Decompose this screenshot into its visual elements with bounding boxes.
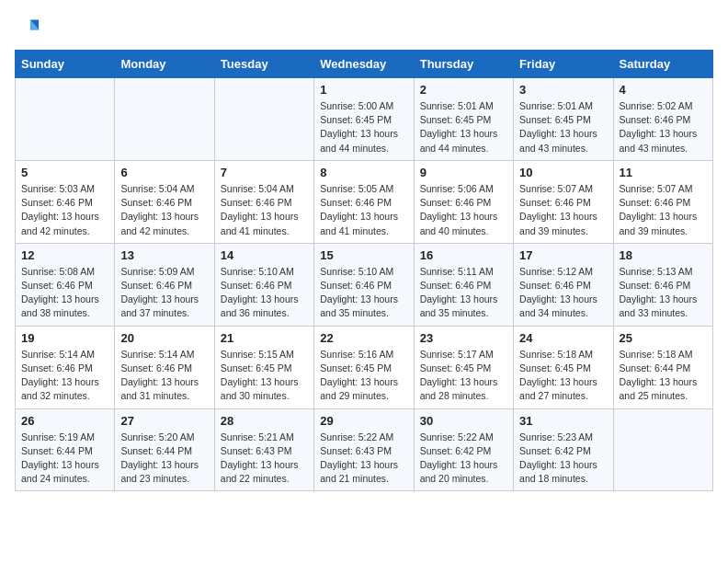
day-number: 22 xyxy=(320,331,407,345)
day-number: 18 xyxy=(620,248,707,262)
calendar-cell: 12Sunrise: 5:08 AMSunset: 6:46 PMDayligh… xyxy=(16,243,115,326)
day-info: Sunrise: 5:13 AMSunset: 6:46 PMDaylight:… xyxy=(620,265,707,321)
day-info: Sunrise: 5:18 AMSunset: 6:44 PMDaylight:… xyxy=(620,348,707,404)
calendar-cell: 31Sunrise: 5:23 AMSunset: 6:42 PMDayligh… xyxy=(514,408,613,491)
column-header-friday: Friday xyxy=(514,51,613,78)
day-info: Sunrise: 5:08 AMSunset: 6:46 PMDaylight:… xyxy=(21,265,108,321)
day-info: Sunrise: 5:15 AMSunset: 6:45 PMDaylight:… xyxy=(221,348,308,404)
day-number: 28 xyxy=(221,414,308,428)
calendar-cell: 10Sunrise: 5:07 AMSunset: 6:46 PMDayligh… xyxy=(514,160,613,243)
day-number: 8 xyxy=(320,166,407,179)
calendar-cell: 5Sunrise: 5:03 AMSunset: 6:46 PMDaylight… xyxy=(16,160,115,243)
calendar-cell: 17Sunrise: 5:12 AMSunset: 6:46 PMDayligh… xyxy=(514,243,613,326)
calendar-cell: 3Sunrise: 5:01 AMSunset: 6:45 PMDaylight… xyxy=(514,78,613,161)
day-number: 9 xyxy=(420,166,507,179)
day-info: Sunrise: 5:02 AMSunset: 6:46 PMDaylight:… xyxy=(620,99,707,155)
day-info: Sunrise: 5:10 AMSunset: 6:46 PMDaylight:… xyxy=(221,265,308,321)
calendar-cell: 20Sunrise: 5:14 AMSunset: 6:46 PMDayligh… xyxy=(115,326,214,408)
calendar-cell xyxy=(214,78,313,161)
calendar-cell: 4Sunrise: 5:02 AMSunset: 6:46 PMDaylight… xyxy=(613,78,712,161)
calendar-cell: 13Sunrise: 5:09 AMSunset: 6:46 PMDayligh… xyxy=(115,243,214,326)
calendar-cell: 26Sunrise: 5:19 AMSunset: 6:44 PMDayligh… xyxy=(16,408,115,491)
column-header-tuesday: Tuesday xyxy=(214,51,313,78)
page-header xyxy=(15,15,713,40)
day-number: 1 xyxy=(320,83,407,97)
calendar-cell: 15Sunrise: 5:10 AMSunset: 6:46 PMDayligh… xyxy=(314,243,414,326)
calendar-cell: 23Sunrise: 5:17 AMSunset: 6:45 PMDayligh… xyxy=(414,326,513,408)
calendar-cell: 7Sunrise: 5:04 AMSunset: 6:46 PMDaylight… xyxy=(214,160,313,243)
day-info: Sunrise: 5:20 AMSunset: 6:44 PMDaylight:… xyxy=(120,431,208,487)
day-info: Sunrise: 5:11 AMSunset: 6:46 PMDaylight:… xyxy=(420,265,507,321)
calendar-cell: 29Sunrise: 5:22 AMSunset: 6:43 PMDayligh… xyxy=(314,408,414,491)
calendar-cell: 11Sunrise: 5:07 AMSunset: 6:46 PMDayligh… xyxy=(613,160,712,243)
day-number: 4 xyxy=(620,83,707,97)
day-number: 10 xyxy=(519,166,607,179)
calendar-cell: 21Sunrise: 5:15 AMSunset: 6:45 PMDayligh… xyxy=(214,326,313,408)
day-info: Sunrise: 5:09 AMSunset: 6:46 PMDaylight:… xyxy=(120,265,208,321)
calendar-cell xyxy=(16,78,115,161)
day-number: 29 xyxy=(320,414,407,428)
day-number: 25 xyxy=(620,331,707,345)
calendar-cell: 25Sunrise: 5:18 AMSunset: 6:44 PMDayligh… xyxy=(613,326,712,408)
calendar-cell: 2Sunrise: 5:01 AMSunset: 6:45 PMDaylight… xyxy=(414,78,513,161)
day-info: Sunrise: 5:22 AMSunset: 6:43 PMDaylight:… xyxy=(320,431,407,487)
day-info: Sunrise: 5:07 AMSunset: 6:46 PMDaylight:… xyxy=(519,182,607,238)
day-number: 7 xyxy=(221,166,308,179)
day-info: Sunrise: 5:06 AMSunset: 6:46 PMDaylight:… xyxy=(420,182,507,238)
day-info: Sunrise: 5:16 AMSunset: 6:45 PMDaylight:… xyxy=(320,348,407,404)
calendar-cell: 16Sunrise: 5:11 AMSunset: 6:46 PMDayligh… xyxy=(414,243,513,326)
day-number: 27 xyxy=(120,414,208,428)
day-number: 3 xyxy=(519,83,607,97)
day-number: 16 xyxy=(420,248,507,262)
day-number: 5 xyxy=(21,166,108,179)
day-number: 11 xyxy=(620,166,707,179)
calendar-cell: 9Sunrise: 5:06 AMSunset: 6:46 PMDaylight… xyxy=(414,160,513,243)
calendar-cell: 6Sunrise: 5:04 AMSunset: 6:46 PMDaylight… xyxy=(115,160,214,243)
day-info: Sunrise: 5:21 AMSunset: 6:43 PMDaylight:… xyxy=(221,431,308,487)
day-info: Sunrise: 5:19 AMSunset: 6:44 PMDaylight:… xyxy=(21,431,108,487)
day-info: Sunrise: 5:22 AMSunset: 6:42 PMDaylight:… xyxy=(420,431,507,487)
day-number: 17 xyxy=(519,248,607,262)
day-info: Sunrise: 5:12 AMSunset: 6:46 PMDaylight:… xyxy=(519,265,607,321)
calendar-table: SundayMondayTuesdayWednesdayThursdayFrid… xyxy=(15,50,713,491)
calendar-cell xyxy=(613,408,712,491)
day-info: Sunrise: 5:07 AMSunset: 6:46 PMDaylight:… xyxy=(620,182,707,238)
day-info: Sunrise: 5:04 AMSunset: 6:46 PMDaylight:… xyxy=(120,182,208,238)
day-info: Sunrise: 5:00 AMSunset: 6:45 PMDaylight:… xyxy=(320,99,407,155)
day-number: 14 xyxy=(221,248,308,262)
day-number: 20 xyxy=(120,331,208,345)
column-header-monday: Monday xyxy=(115,51,214,78)
day-info: Sunrise: 5:23 AMSunset: 6:42 PMDaylight:… xyxy=(519,431,607,487)
calendar-cell: 22Sunrise: 5:16 AMSunset: 6:45 PMDayligh… xyxy=(314,326,414,408)
calendar-cell: 1Sunrise: 5:00 AMSunset: 6:45 PMDaylight… xyxy=(314,78,414,161)
day-number: 24 xyxy=(519,331,607,345)
day-info: Sunrise: 5:05 AMSunset: 6:46 PMDaylight:… xyxy=(320,182,407,238)
calendar-cell: 28Sunrise: 5:21 AMSunset: 6:43 PMDayligh… xyxy=(214,408,313,491)
day-info: Sunrise: 5:10 AMSunset: 6:46 PMDaylight:… xyxy=(320,265,407,321)
column-header-sunday: Sunday xyxy=(16,51,115,78)
day-number: 13 xyxy=(120,248,208,262)
day-number: 2 xyxy=(420,83,507,97)
column-header-thursday: Thursday xyxy=(414,51,513,78)
calendar-cell xyxy=(115,78,214,161)
column-header-saturday: Saturday xyxy=(613,51,712,78)
calendar-cell: 14Sunrise: 5:10 AMSunset: 6:46 PMDayligh… xyxy=(214,243,313,326)
day-info: Sunrise: 5:18 AMSunset: 6:45 PMDaylight:… xyxy=(519,348,607,404)
calendar-cell: 30Sunrise: 5:22 AMSunset: 6:42 PMDayligh… xyxy=(414,408,513,491)
day-number: 6 xyxy=(120,166,208,179)
calendar-cell: 18Sunrise: 5:13 AMSunset: 6:46 PMDayligh… xyxy=(613,243,712,326)
day-number: 19 xyxy=(21,331,108,345)
logo xyxy=(15,15,44,40)
column-header-wednesday: Wednesday xyxy=(314,51,414,78)
day-info: Sunrise: 5:01 AMSunset: 6:45 PMDaylight:… xyxy=(420,99,507,155)
day-number: 30 xyxy=(420,414,507,428)
calendar-cell: 19Sunrise: 5:14 AMSunset: 6:46 PMDayligh… xyxy=(16,326,115,408)
day-info: Sunrise: 5:14 AMSunset: 6:46 PMDaylight:… xyxy=(120,348,208,404)
day-info: Sunrise: 5:04 AMSunset: 6:46 PMDaylight:… xyxy=(221,182,308,238)
day-number: 31 xyxy=(519,414,607,428)
day-number: 12 xyxy=(21,248,108,262)
day-number: 21 xyxy=(221,331,308,345)
calendar-cell: 24Sunrise: 5:18 AMSunset: 6:45 PMDayligh… xyxy=(514,326,613,408)
day-info: Sunrise: 5:01 AMSunset: 6:45 PMDaylight:… xyxy=(519,99,607,155)
day-number: 26 xyxy=(21,414,108,428)
